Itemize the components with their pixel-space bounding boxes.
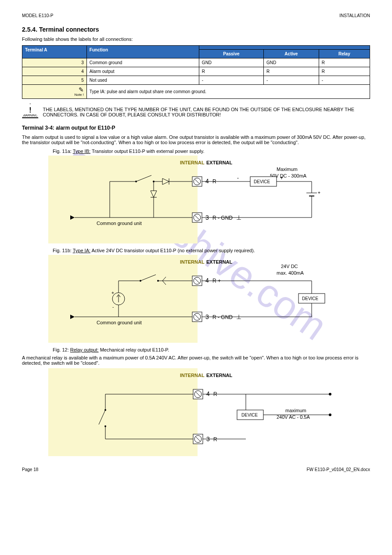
page-footer: Page 18 FW E110-P_v0104_02_EN.docx: [22, 467, 370, 472]
cell-passive: GND: [199, 58, 263, 67]
fig-rest: Mechanical relay output E110-P.: [100, 347, 169, 352]
table-row: 4 Alarm output R R R: [22, 67, 370, 76]
section-intro: Following table shows the labels for all…: [22, 36, 370, 42]
cell-label: 4: [22, 67, 87, 76]
svg-rect-52: [48, 368, 198, 456]
header-right: INSTALLATION: [339, 13, 370, 18]
common-ground-label: Common ground unit: [97, 221, 142, 226]
pin4-num: 4: [206, 390, 210, 397]
th-passive: Passive: [199, 50, 263, 58]
figure-b: INTERNAL EXTERNAL 24V DC max. 400mA 4 R …: [48, 255, 347, 343]
device-box: DEVICE: [302, 296, 319, 301]
external-label: EXTERNAL: [206, 259, 233, 265]
section-title: 2.5.4. Terminal connectors: [22, 26, 370, 33]
footer-right: FW E110-P_v0104_02_EN.docx: [306, 467, 370, 472]
screw-terminal-3-icon: [192, 213, 202, 222]
table-note-row: ✎ Note ! Type IA: pulse and alarm output…: [22, 85, 370, 99]
table-row: 5 Not used - - -: [22, 76, 370, 85]
fig-prefix: Fig. 11b:: [53, 248, 72, 253]
table-header-row: Terminal A Function: [22, 46, 370, 50]
cell-func: Alarm output: [86, 67, 199, 76]
screw-terminal-3-icon: [192, 312, 202, 322]
th-active: Active: [263, 50, 319, 58]
svg-point-71: [329, 414, 331, 416]
warning-block: ! WARNING THE LABELS, MENTIONED ON THE T…: [22, 103, 370, 118]
fig-rest: Transistor output E110-P with external p…: [92, 149, 205, 154]
max-line1: Maximum: [277, 167, 298, 172]
max-line1: maximum: [285, 408, 306, 413]
relay-intro-text: A mechanical relay is available with a m…: [22, 355, 370, 366]
warning-icon: ! WARNING: [22, 103, 39, 118]
common-ground-label: Common ground unit: [97, 320, 142, 325]
plus-label: +: [280, 175, 283, 181]
header-left: MODEL E110-P: [22, 13, 53, 18]
pencil-icon: ✎ Note !: [75, 87, 84, 97]
svg-rect-0: [48, 156, 198, 243]
screw-terminal-3-icon: [193, 434, 203, 444]
terminals-table: Terminal A Function Passive Active Relay…: [22, 45, 370, 99]
internal-label: INTERNAL: [180, 259, 205, 265]
figure-relay-caption: Fig. 12: Relay output: Mechanical relay …: [53, 347, 370, 352]
volt-line1: 24V DC: [281, 264, 298, 269]
fig-rest: Active 24V DC transistor output E110-P (…: [91, 248, 255, 253]
screw-terminal-4-icon: [192, 177, 202, 186]
th-terminal: Terminal A: [22, 46, 87, 58]
warning-text: THE LABELS, MENTIONED ON THE TYPE NUMBER…: [43, 103, 370, 117]
figure-a: INTERNAL EXTERNAL Maximum 50V DC - 300mA…: [48, 156, 347, 243]
pin4-num: 4: [205, 277, 209, 284]
page-header: MODEL E110-P INSTALLATION: [22, 13, 370, 18]
external-label: EXTERNAL: [206, 373, 233, 378]
subsection-title: Terminal 3-4: alarm output for E110-P: [22, 125, 370, 131]
pin3-label: R - GND: [212, 314, 233, 320]
external-label: EXTERNAL: [206, 160, 233, 165]
note-icon-cell: ✎ Note !: [22, 85, 87, 99]
fig-prefix: Fig. 11a:: [53, 149, 72, 154]
cell-active: -: [263, 76, 319, 85]
volt-line2: max. 400mA: [277, 270, 304, 276]
pin3-label: R - GND: [212, 215, 233, 221]
subsection-desc: The alarm output is used to signal a low…: [22, 134, 370, 145]
fig-type: Type IA:: [73, 248, 90, 253]
cell-func: Common ground: [86, 58, 199, 67]
footer-left: Page 18: [22, 467, 38, 472]
max-line2: 240V AC - 0.5A: [277, 414, 310, 420]
device-box: DEVICE: [241, 413, 258, 417]
plus-sign: +: [111, 290, 114, 295]
cell-passive: -: [199, 76, 263, 85]
note-text: Type IA: pulse and alarm output share on…: [86, 85, 370, 99]
fig-type: Relay output:: [70, 347, 99, 352]
cell-relay: R: [319, 67, 370, 76]
svg-point-67: [329, 393, 331, 395]
screw-terminal-4-icon: [192, 276, 202, 286]
th-function: Function: [86, 46, 199, 58]
minus-label: -: [237, 175, 239, 181]
minus-sign: -: [112, 305, 114, 309]
screw-terminal-4-icon: [193, 389, 203, 399]
cell-label: 5: [22, 76, 87, 85]
pin3-label: R: [213, 436, 217, 443]
cell-active: R: [263, 67, 319, 76]
pin4-num: 4: [205, 178, 209, 185]
fig-type: Type IB:: [73, 149, 90, 154]
figure-b-caption: Fig. 11b: Type IA: Active 24V DC transis…: [53, 248, 370, 253]
internal-label: INTERNAL: [180, 373, 205, 378]
table-row: 3 Common ground GND GND R: [22, 58, 370, 67]
cell-label: 3: [22, 58, 87, 67]
device-box: DEVICE: [254, 179, 270, 184]
fig-prefix: Fig. 12:: [53, 347, 69, 352]
cell-active: GND: [263, 58, 319, 67]
svg-text:+: +: [318, 190, 320, 195]
figure-a-caption: Fig. 11a: Type IB: Transistor output E11…: [53, 149, 370, 154]
figure-relay: INTERNAL EXTERNAL 4 R 3 R: [48, 368, 347, 456]
th-relay: Relay: [319, 50, 370, 58]
cell-relay: -: [319, 76, 370, 85]
cell-relay: R: [319, 58, 370, 67]
cell-func: Not used: [86, 76, 199, 85]
internal-label: INTERNAL: [180, 160, 205, 165]
cell-passive: R: [199, 67, 263, 76]
svg-rect-30: [48, 255, 198, 343]
